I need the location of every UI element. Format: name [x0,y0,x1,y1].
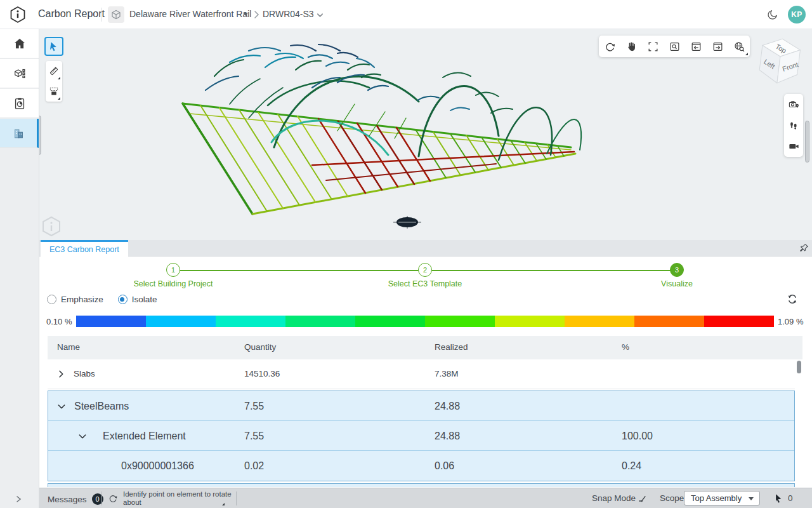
measure-tools-button[interactable] [46,61,62,81]
tab-ec3-carbon-report[interactable]: EC3 Carbon Report [41,240,128,257]
pan-view-button[interactable] [620,36,642,57]
tool-assistance-field[interactable]: Identify point on element to rotate abou… [108,490,232,507]
project-breadcrumb[interactable]: Delaware River Waterfront Rail [129,9,251,19]
scope-select[interactable]: Top Assembly [684,491,760,505]
step-3-circle[interactable]: 3 [670,263,684,277]
snap-mode-icon[interactable] [638,493,648,504]
table-row-extended-element[interactable]: Extended Element 7.55 24.88 100.00 [48,421,794,451]
viewport-tool-group [46,61,62,102]
column-header-quantity: Quantity [244,342,276,352]
expand-chevron-right-icon[interactable] [56,369,66,379]
cell-realized: 24.88 [435,431,460,442]
sidebar-expand-chevron-icon[interactable] [9,493,28,505]
sidebar-item-carbon-report[interactable] [0,119,39,148]
legend-min-label: 0.10 % [46,317,72,326]
collapse-chevron-down-icon[interactable] [77,431,88,441]
sidebar-item-report[interactable] [0,89,39,118]
video-camera-icon [788,140,800,152]
select-tool-button[interactable] [44,37,63,56]
geo-tools-button[interactable] [728,36,750,57]
legend-bar [76,316,774,327]
table-scrollbar-thumb[interactable] [797,361,801,373]
walk-tool-button[interactable] [784,115,803,136]
app-window: Top Left Front [0,0,812,508]
dark-mode-moon-icon[interactable] [766,8,779,21]
column-header-name: Name [57,342,80,352]
camera-view-button[interactable] [784,136,803,157]
emphasize-radio[interactable] [47,295,56,304]
step-1-circle[interactable]: 1 [166,263,180,277]
emphasize-label: Emphasize [61,295,103,304]
pan-hand-icon [625,41,638,53]
table-row-steelbeams[interactable]: SteelBeams 7.55 24.88 [48,391,794,421]
project-dropdown-caret-icon[interactable] [243,13,248,16]
messages-label: Messages [48,495,87,504]
legend-color-segment [565,316,634,327]
carbon-table: Name Quantity Realized % Slabs 14510.36 … [48,336,802,488]
messages-button[interactable]: Messages 0 [48,493,103,505]
isolate-label: Isolate [132,295,157,304]
legend-color-segment [76,316,146,327]
breadcrumb-separator-icon [252,10,260,19]
table-header: Name Quantity Realized % [48,336,802,359]
model-3d-scene[interactable] [39,29,812,240]
legend-max-label: 1.09 % [778,317,803,326]
legend-color-segment [634,316,704,327]
cell-realized: 7.38M [435,369,459,378]
pin-panel-icon[interactable] [798,243,809,254]
rotate-tool-icon [108,493,118,504]
globe-search-icon [733,41,745,53]
view-redo-button[interactable] [707,36,728,57]
selected-row-group: SteelBeams 7.55 24.88 Extended Element 7… [48,391,795,481]
rotate-view-button[interactable] [599,36,620,57]
left-panel-splitter-handle[interactable] [39,116,41,155]
home-icon [13,37,27,51]
cell-quantity: 0.02 [244,460,264,472]
saved-views-button[interactable] [784,94,803,115]
project-icon [111,10,121,20]
user-avatar[interactable]: KP [788,6,806,23]
mode-radio-group: Emphasize Isolate [47,295,157,304]
fit-view-button[interactable] [642,36,664,57]
model-hierarchy-icon [13,67,27,81]
sidebar-item-home[interactable] [0,29,39,58]
itwin-logo-icon[interactable] [9,6,27,23]
isolate-radio[interactable] [118,295,128,304]
step-2-circle[interactable]: 2 [418,263,432,277]
table-row-element-id[interactable]: 0x90000001366 0.02 0.06 0.24 [48,451,794,481]
collapse-chevron-down-icon[interactable] [56,401,67,411]
bottom-panel-tabstrip: EC3 Carbon Report [39,240,812,257]
step-1-number: 1 [171,266,175,274]
model-viewport[interactable]: Top Left Front [39,29,812,240]
right-panel-splitter-handle[interactable] [805,121,809,163]
cell-percent: 0.24 [622,460,641,472]
view-navigation-toolbar [599,36,750,57]
legend-color-segment [146,316,216,327]
legend-color-segment [355,316,425,327]
column-header-realized: Realized [435,342,468,352]
divider [102,8,102,22]
tool-prompt-text: Identify point on element to rotate abou… [123,490,232,507]
cell-name: Extended Element [103,431,186,442]
table-row-slabs[interactable]: Slabs 14510.36 7.38M [48,359,795,389]
itwinjs-watermark [43,217,60,236]
window-zoom-button[interactable] [664,36,685,57]
select-cursor-icon [48,41,60,52]
cell-realized: 0.06 [435,460,454,472]
project-icon-chip [108,6,124,23]
section-tools-button[interactable] [46,81,62,102]
app-title: Carbon Report [38,8,105,20]
selection-count: 0 [788,493,793,503]
step-3-label: Visualize [607,279,747,288]
view-cube[interactable]: Top Left Front [755,34,804,89]
model-dropdown-chevron-icon[interactable] [316,11,324,19]
cell-percent: 100.00 [622,431,653,442]
tool-assistance-expand-corner [222,503,225,505]
footprints-icon [788,120,799,131]
sidebar-item-model-tree[interactable] [0,59,39,88]
view-undo-button[interactable] [685,36,707,57]
refresh-button[interactable] [786,293,799,305]
model-breadcrumb[interactable]: DRWR04-S3 [263,9,314,19]
legend-color-segment [285,316,355,327]
selection-cursor-icon [774,493,783,503]
